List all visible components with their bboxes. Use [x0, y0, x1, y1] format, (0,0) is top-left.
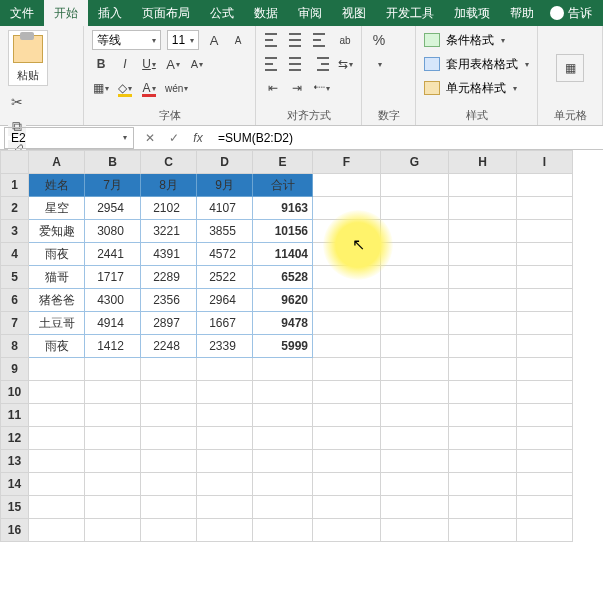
- cell-D16[interactable]: [197, 519, 253, 542]
- col-header-C[interactable]: C: [141, 151, 197, 174]
- cell-F8[interactable]: [313, 335, 381, 358]
- cell-C14[interactable]: [141, 473, 197, 496]
- cell-D3[interactable]: 3855: [197, 220, 253, 243]
- formula-input[interactable]: =SUM(B2:D2): [210, 131, 603, 145]
- col-header-G[interactable]: G: [381, 151, 449, 174]
- orientation-button[interactable]: ⭪▾: [312, 78, 331, 98]
- worksheet[interactable]: ABCDEFGHI1姓名7月8月9月合计2星空29542102410791633…: [0, 150, 603, 591]
- cell-I3[interactable]: [517, 220, 573, 243]
- cell-H16[interactable]: [449, 519, 517, 542]
- cell-B4[interactable]: 2441: [85, 243, 141, 266]
- cell-G12[interactable]: [381, 427, 449, 450]
- cell-B10[interactable]: [85, 381, 141, 404]
- row-header-3[interactable]: 3: [1, 220, 29, 243]
- align-center-button[interactable]: [288, 54, 306, 74]
- cell-H7[interactable]: [449, 312, 517, 335]
- cell-B16[interactable]: [85, 519, 141, 542]
- cell-B8[interactable]: 1412: [85, 335, 141, 358]
- tab-developer[interactable]: 开发工具: [376, 0, 444, 26]
- cell-F13[interactable]: [313, 450, 381, 473]
- increase-indent-button[interactable]: ⇥: [288, 78, 306, 98]
- cell-E10[interactable]: [253, 381, 313, 404]
- cell-E14[interactable]: [253, 473, 313, 496]
- row-header-11[interactable]: 11: [1, 404, 29, 427]
- cell-D12[interactable]: [197, 427, 253, 450]
- cell-F10[interactable]: [313, 381, 381, 404]
- cut-button[interactable]: ✂: [8, 92, 26, 112]
- cell-D14[interactable]: [197, 473, 253, 496]
- cell-E8[interactable]: 5999: [253, 335, 313, 358]
- cell-D10[interactable]: [197, 381, 253, 404]
- cell-C6[interactable]: 2356: [141, 289, 197, 312]
- cell-H9[interactable]: [449, 358, 517, 381]
- name-box[interactable]: E2▾: [4, 127, 134, 149]
- cell-A10[interactable]: [29, 381, 85, 404]
- cell-C9[interactable]: [141, 358, 197, 381]
- cell-A12[interactable]: [29, 427, 85, 450]
- cell-A13[interactable]: [29, 450, 85, 473]
- cell-B7[interactable]: 4914: [85, 312, 141, 335]
- row-header-9[interactable]: 9: [1, 358, 29, 381]
- paste-button[interactable]: 粘贴: [8, 30, 48, 86]
- cell-I1[interactable]: [517, 174, 573, 197]
- cell-D9[interactable]: [197, 358, 253, 381]
- border-button[interactable]: ▦▾: [92, 78, 110, 98]
- cell-D8[interactable]: 2339: [197, 335, 253, 358]
- cancel-formula-button[interactable]: ✕: [138, 131, 162, 145]
- col-header-A[interactable]: A: [29, 151, 85, 174]
- row-header-4[interactable]: 4: [1, 243, 29, 266]
- cell-C15[interactable]: [141, 496, 197, 519]
- cell-I2[interactable]: [517, 197, 573, 220]
- cell-C13[interactable]: [141, 450, 197, 473]
- cell-G5[interactable]: [381, 266, 449, 289]
- cell-H12[interactable]: [449, 427, 517, 450]
- cell-A15[interactable]: [29, 496, 85, 519]
- cell-I13[interactable]: [517, 450, 573, 473]
- cell-C4[interactable]: 4391: [141, 243, 197, 266]
- row-header-16[interactable]: 16: [1, 519, 29, 542]
- cell-G11[interactable]: [381, 404, 449, 427]
- tab-help[interactable]: 帮助: [500, 0, 544, 26]
- row-header-1[interactable]: 1: [1, 174, 29, 197]
- cell-E5[interactable]: 6528: [253, 266, 313, 289]
- cell-F6[interactable]: [313, 289, 381, 312]
- cell-A5[interactable]: 猫哥: [29, 266, 85, 289]
- cell-G3[interactable]: [381, 220, 449, 243]
- cell-E1[interactable]: 合计: [253, 174, 313, 197]
- cell-styles-button[interactable]: 单元格样式▾: [424, 78, 529, 98]
- wrap-text-button[interactable]: ab: [336, 30, 354, 50]
- cell-A3[interactable]: 爱知趣: [29, 220, 85, 243]
- select-all-corner[interactable]: [1, 151, 29, 174]
- underline-button[interactable]: U▾: [140, 54, 158, 74]
- cell-D7[interactable]: 1667: [197, 312, 253, 335]
- cell-H13[interactable]: [449, 450, 517, 473]
- col-header-F[interactable]: F: [313, 151, 381, 174]
- row-header-14[interactable]: 14: [1, 473, 29, 496]
- cell-C1[interactable]: 8月: [141, 174, 197, 197]
- cell-C11[interactable]: [141, 404, 197, 427]
- cell-D13[interactable]: [197, 450, 253, 473]
- cell-B2[interactable]: 2954: [85, 197, 141, 220]
- font-color-a1[interactable]: A▾: [164, 54, 182, 74]
- cells-insert-button[interactable]: ▦: [556, 54, 584, 82]
- align-right-button[interactable]: [312, 54, 330, 74]
- cell-F4[interactable]: [313, 243, 381, 266]
- cell-A14[interactable]: [29, 473, 85, 496]
- cell-F15[interactable]: [313, 496, 381, 519]
- cell-B15[interactable]: [85, 496, 141, 519]
- col-header-H[interactable]: H: [449, 151, 517, 174]
- cell-C16[interactable]: [141, 519, 197, 542]
- row-header-5[interactable]: 5: [1, 266, 29, 289]
- cell-C10[interactable]: [141, 381, 197, 404]
- cell-H5[interactable]: [449, 266, 517, 289]
- italic-button[interactable]: I: [116, 54, 134, 74]
- cell-I5[interactable]: [517, 266, 573, 289]
- fill-color-button[interactable]: ◇▾: [116, 78, 134, 98]
- tab-tell-me[interactable]: 告诉: [544, 0, 598, 26]
- row-header-15[interactable]: 15: [1, 496, 29, 519]
- cell-A7[interactable]: 土豆哥: [29, 312, 85, 335]
- format-as-table-button[interactable]: 套用表格格式▾: [424, 54, 529, 74]
- cell-G15[interactable]: [381, 496, 449, 519]
- cell-G6[interactable]: [381, 289, 449, 312]
- cell-I11[interactable]: [517, 404, 573, 427]
